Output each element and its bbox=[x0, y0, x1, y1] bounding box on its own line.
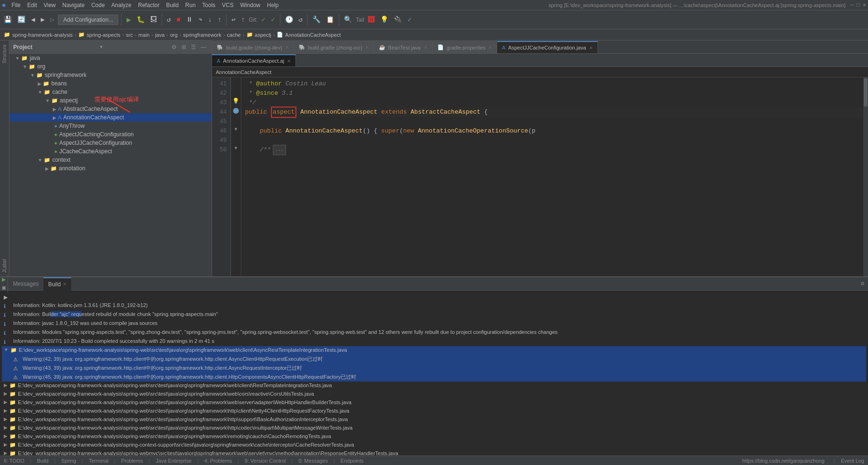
add-config-button[interactable]: Add Configuration... bbox=[58, 15, 118, 25]
build-line-7[interactable]: ⚠ Warning:(42, 39) java: org.springframe… bbox=[2, 355, 866, 364]
tree-item-org[interactable]: ▼ 📁 org bbox=[9, 62, 212, 71]
status-build[interactable]: Build bbox=[37, 458, 48, 464]
status-endpoints[interactable]: Endpoints bbox=[341, 458, 364, 464]
breadcrumb-src[interactable]: src bbox=[126, 32, 133, 38]
build-line-2[interactable]: ℹ Information: Builder "ajc" requested r… bbox=[2, 310, 866, 319]
status-url[interactable]: https://blog.csdn.net/ganquanzhong bbox=[742, 458, 824, 464]
tab-build-gradle-dev[interactable]: 🐘 build.gradle (zhong-dev) ✕ bbox=[212, 41, 294, 53]
stop-btn[interactable]: ■ bbox=[174, 15, 182, 25]
tree-item-aspectjcaching[interactable]: ● AspectJCachingConfiguration bbox=[9, 130, 212, 139]
tree-item-annotation[interactable]: ▶ 📁 annotation bbox=[9, 164, 212, 173]
copy-btn[interactable]: 📋 bbox=[324, 15, 336, 25]
sync-icon[interactable]: 🔄 bbox=[16, 15, 27, 25]
tree-item-jcachecache[interactable]: ● JCacheCacheAspect bbox=[9, 147, 212, 156]
tab-close-gradle-dev[interactable]: ✕ bbox=[285, 45, 289, 50]
tree-item-beans[interactable]: ▶ 📁 beans bbox=[9, 79, 212, 88]
status-problems[interactable]: Problems bbox=[121, 458, 143, 464]
git-revert-btn[interactable]: ↩ bbox=[229, 15, 237, 25]
step-over-btn[interactable]: ↷ bbox=[197, 15, 204, 25]
git-branch-btn[interactable]: ✓ bbox=[269, 15, 277, 25]
tree-item-springframework[interactable]: ▼ 📁 springframework bbox=[9, 71, 212, 79]
minimize-btn[interactable]: ─ bbox=[850, 2, 853, 8]
status-event-log[interactable]: Event Log bbox=[841, 458, 864, 464]
status-4-problems[interactable]: 4: Problems bbox=[205, 458, 232, 464]
tab-aspectjjcache[interactable]: A AspectJJCacheConfiguration.java ✕ bbox=[497, 41, 598, 53]
tab-build-gradle-ioc[interactable]: 🐘 build.gradle (zhong-ioc) ✕ bbox=[294, 41, 374, 53]
tree-item-abstractcacheaspect[interactable]: ▶ A AbstractCacheAspect bbox=[9, 105, 212, 113]
menu-edit[interactable]: Edit bbox=[25, 1, 40, 9]
build-line-13[interactable]: ▶ 📁 E:\dev_workspace\spring-framework-an… bbox=[2, 407, 866, 415]
tree-item-context[interactable]: ▼ 📁 context bbox=[9, 156, 212, 164]
debug-btn[interactable]: 🐛 bbox=[135, 15, 147, 25]
menu-refactor[interactable]: Refactor bbox=[135, 1, 162, 9]
breadcrumb-root[interactable]: spring-framework-analysis bbox=[12, 32, 73, 38]
breadcrumb-org[interactable]: org bbox=[170, 32, 178, 38]
scrollbar-thumb[interactable] bbox=[864, 78, 868, 107]
build-line-12[interactable]: ▶ 📁 E:\dev_workspace\spring-framework-an… bbox=[2, 399, 866, 407]
bottom-tab-messages[interactable]: Messages bbox=[8, 277, 43, 291]
panel-dropdown[interactable]: ▼ bbox=[99, 44, 104, 50]
build-line-3[interactable]: ℹ Information: javac 1.8.0_192 was used … bbox=[2, 319, 866, 328]
search-btn[interactable]: 🔍 bbox=[342, 15, 354, 25]
pause-btn[interactable]: ⏸ bbox=[184, 15, 195, 25]
menu-help[interactable]: Help bbox=[264, 1, 281, 9]
save-icon[interactable]: 💾 bbox=[2, 15, 14, 25]
panel-settings-btn[interactable]: ☰ bbox=[189, 43, 197, 51]
maximize-btn[interactable]: □ bbox=[857, 2, 860, 8]
menu-run[interactable]: Run bbox=[182, 1, 198, 9]
build-line-17[interactable]: ▶ 📁 E:\dev_workspace\spring-framework-an… bbox=[2, 441, 866, 449]
step-out-btn[interactable]: ↑ bbox=[216, 15, 223, 25]
menu-tools[interactable]: Tools bbox=[199, 1, 218, 9]
sidebar-label-structure[interactable]: Structure bbox=[1, 41, 8, 67]
tab-close-beantest[interactable]: ✕ bbox=[424, 45, 427, 50]
gutter-debug-icon[interactable]: ⬤ bbox=[233, 107, 239, 114]
menu-window[interactable]: Window bbox=[237, 1, 263, 9]
tree-item-anythrow[interactable]: ● AnyThrow bbox=[9, 122, 212, 130]
status-version-control[interactable]: 9: Version Control bbox=[245, 458, 286, 464]
forward-icon[interactable]: ▶ bbox=[39, 15, 46, 25]
menu-vcs[interactable]: VCS bbox=[219, 1, 237, 9]
tab-close-aspectjjcache[interactable]: ✕ bbox=[589, 45, 593, 50]
intellij-btn[interactable]: 🅰 bbox=[366, 15, 377, 25]
menu-navigate[interactable]: Navigate bbox=[59, 1, 87, 9]
panel-gear-btn[interactable]: ⚙ bbox=[170, 43, 178, 51]
tab-beantest[interactable]: ☕ BeanTest.java ✕ bbox=[374, 41, 433, 53]
plugin-btn[interactable]: 🔌 bbox=[392, 15, 404, 25]
build-line-5[interactable]: ℹ Information: 2020/7/1 10:23 - Build co… bbox=[2, 337, 866, 346]
coverage-btn[interactable]: ⛾ bbox=[148, 15, 159, 25]
rerun-btn[interactable]: ↺ bbox=[165, 15, 172, 25]
status-spring[interactable]: Spring bbox=[61, 458, 76, 464]
code-editor[interactable]: 41 42 43 44 45 46 49 50 💡 bbox=[212, 77, 868, 276]
build-line-11[interactable]: ▶ 📁 E:\dev_workspace\spring-framework-an… bbox=[2, 390, 866, 399]
menu-analyze[interactable]: Analyze bbox=[108, 1, 134, 9]
build-line-14[interactable]: ▶ 📁 E:\dev_workspace\spring-framework-an… bbox=[2, 415, 866, 424]
tab-annotationcacheaspect[interactable]: A AnnotationCacheAspect.aj ✕ bbox=[212, 54, 296, 66]
panel-hide-btn[interactable]: — bbox=[199, 43, 208, 51]
status-todo[interactable]: 6: TODO bbox=[4, 458, 25, 464]
close-btn[interactable]: ✕ bbox=[863, 1, 866, 8]
breadcrumb-aspects[interactable]: spring-aspects bbox=[87, 32, 121, 38]
fold-indicator[interactable]: ... bbox=[273, 145, 286, 155]
build-line-1[interactable]: ℹ Information: Kotlin: kotlinc-jvm 1.3.6… bbox=[2, 301, 866, 310]
breadcrumb-aspectj[interactable]: aspectj bbox=[255, 32, 271, 38]
status-messages[interactable]: 0: Messages bbox=[298, 458, 328, 464]
code-lines[interactable]: * @author Costin Leau * @since 3.1 */ bbox=[241, 77, 868, 276]
bottom-tab-build-close[interactable]: ✕ bbox=[63, 282, 66, 287]
git-check-btn[interactable]: ✓ bbox=[260, 15, 267, 25]
back-icon[interactable]: ◀ bbox=[29, 15, 37, 25]
history-btn[interactable]: 🕐 bbox=[283, 15, 295, 25]
status-java-enterprise[interactable]: Java Enterprise bbox=[156, 458, 191, 464]
sidebar-label-label[interactable]: JLabel bbox=[1, 255, 8, 276]
build-line-18[interactable]: ▶ 📁 E:\dev_workspace\spring-framework-an… bbox=[2, 449, 866, 456]
tree-item-java[interactable]: ▼ 📁 java bbox=[9, 54, 212, 62]
gutter-fold-icon-50[interactable]: ▼ bbox=[234, 146, 237, 151]
menu-file[interactable]: File bbox=[8, 1, 23, 9]
back2-btn[interactable]: ↺ bbox=[297, 15, 304, 25]
gutter-fold-icon[interactable]: ▼ bbox=[234, 127, 237, 132]
tab-close-gradle-ioc[interactable]: ✕ bbox=[365, 45, 369, 50]
tree-item-annotationcacheaspect[interactable]: ▶ A AnnotationCacheAspect bbox=[9, 113, 212, 122]
panel-scope-btn[interactable]: ⊞ bbox=[180, 43, 188, 51]
menu-code[interactable]: Code bbox=[89, 1, 108, 9]
run-icon[interactable]: ▷ bbox=[49, 15, 56, 25]
play-btn[interactable]: ▶ bbox=[124, 14, 133, 25]
